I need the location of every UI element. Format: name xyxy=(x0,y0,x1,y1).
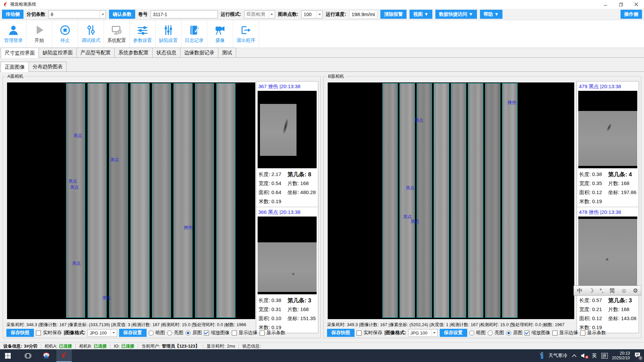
log-record-button[interactable]: 日志记录 xyxy=(181,20,207,48)
tab-6[interactable]: 测试 xyxy=(218,48,236,57)
dark-image-radio[interactable] xyxy=(149,330,154,336)
realtime-save-checkbox[interactable] xyxy=(357,330,362,336)
operate-side-button[interactable]: 操作侧 xyxy=(621,10,642,19)
param-settings-button[interactable]: 参数设置 xyxy=(130,20,156,48)
stat-value: 480.28 xyxy=(300,189,316,195)
image-format-select[interactable]: JPG 100 xyxy=(408,329,438,337)
camera-image-a: 黑点黑点黑点黑点挫伤黑点黑点 xyxy=(7,82,255,319)
defect-settings-button[interactable]: 缺陷设置 xyxy=(156,20,181,48)
show-count-checkbox[interactable] xyxy=(580,330,585,336)
bright-image-radio[interactable] xyxy=(488,330,493,336)
close-button[interactable] xyxy=(629,0,644,9)
ime-toolbar[interactable]: 中☽°,简☺⚙ xyxy=(574,286,641,296)
save-settings-button[interactable]: 保存设置 xyxy=(119,329,147,337)
tab-1[interactable]: 缺陷监控界面 xyxy=(39,48,77,57)
subtab-0[interactable]: 正面图像 xyxy=(1,62,29,72)
ime-fullwidth-moon-icon[interactable]: ☽ xyxy=(589,288,594,294)
weather-status[interactable]: 天气寒冷 xyxy=(549,353,568,359)
defect-card[interactable]: 479 黑点 |20:13:38 长度: 0.38第几条: 4 宽度: 0.35… xyxy=(577,81,639,207)
system-config-button[interactable]: 系统配置 xyxy=(104,20,130,48)
start-button[interactable] xyxy=(0,349,15,362)
image-controls: 保存快照 实时保存 |图像格式: JPG 100 保存设置 暗图 亮图 原图 缩… xyxy=(327,328,606,337)
exit-program-button[interactable]: 退出程序 xyxy=(233,20,259,48)
save-settings-button[interactable]: 保存设置 xyxy=(440,329,467,337)
capture-status-line: 采集耗时: 349.3 |图像计数: 167 |像素坐标: (5202,24) … xyxy=(327,322,565,328)
maximize-button[interactable] xyxy=(613,0,629,9)
original-image-label: 原图 xyxy=(193,330,202,336)
admin-login-button[interactable]: 管理登录 xyxy=(1,20,26,48)
data-quick-access-menu-button[interactable]: 数据快捷访问 ▼ xyxy=(435,10,477,19)
capture-button[interactable]: 摄像 xyxy=(207,20,233,48)
hidden-icons-chevron-icon[interactable] xyxy=(572,354,577,357)
show-edge-label: 显示边缘 xyxy=(239,330,258,336)
ime-chinese-mode-icon[interactable]: 中 xyxy=(577,288,583,294)
defect-card[interactable]: 367 挫伤 |20:13:38 长度: 2.17第几条: 8 宽度: 0.54… xyxy=(256,81,318,207)
bright-image-radio[interactable] xyxy=(167,330,172,336)
dark-image-radio[interactable] xyxy=(469,330,474,336)
tab-4[interactable]: 状态信息 xyxy=(152,48,180,57)
original-image-radio[interactable] xyxy=(185,330,191,336)
camera-a-status: 已连接 xyxy=(59,343,72,349)
original-image-radio[interactable] xyxy=(506,330,511,336)
defect-label: 黑点 xyxy=(110,157,119,163)
device-info-label: 设备信息: xyxy=(3,343,22,349)
stat-label: 片数: xyxy=(608,306,620,312)
image-format-select[interactable]: JPG 100 xyxy=(88,329,117,337)
application-window: 视觉检测系统 传动侧 分切条数 8 确认条数 卷号 3117-1 运行模式: 双… xyxy=(0,0,644,362)
film-region xyxy=(578,219,637,292)
vision-app-taskbar-button[interactable] xyxy=(56,349,72,362)
chart-points-select[interactable]: 100 xyxy=(301,10,323,18)
defect-card[interactable]: 366 黑点 |20:13:38 长度: 0.38第几条: 3 宽度: 0.31… xyxy=(256,207,318,333)
device-info-value: 3#分切 xyxy=(24,343,37,349)
stat-value: 2.17 xyxy=(271,171,281,177)
stop-button[interactable]: 停止 xyxy=(52,20,78,48)
image-format-value: JPG 100 xyxy=(411,330,428,336)
start-button[interactable]: 开始 xyxy=(26,20,52,48)
tab-0[interactable]: 尺寸监控界面 xyxy=(1,48,39,58)
show-edge-label: 显示边缘 xyxy=(559,330,578,336)
stat-label: 长度: xyxy=(579,171,591,177)
show-edge-checkbox[interactable] xyxy=(552,330,557,336)
stat-value: 0.19 xyxy=(592,198,602,204)
subtab-1[interactable]: 分布趋势图表 xyxy=(29,62,67,71)
volume-muted-icon[interactable] xyxy=(581,353,588,359)
ime-emoji-icon[interactable]: ☺ xyxy=(621,288,627,294)
ime-language-indicator[interactable]: 英 xyxy=(592,353,597,359)
subtab-divider xyxy=(0,71,644,72)
notification-center-button[interactable]: 6 xyxy=(634,352,641,359)
zoom-image-checkbox[interactable] xyxy=(204,330,209,336)
view-menu-button[interactable]: 视图 ▼ xyxy=(410,10,432,19)
defect-card[interactable]: 478 挫伤 |20:13:38 长度: 0.57第几条: 3 宽度: 0.21… xyxy=(577,207,639,333)
io-status: 已连接 xyxy=(121,343,135,349)
realtime-save-checkbox[interactable] xyxy=(36,330,41,336)
save-snapshot-button[interactable]: 保存快照 xyxy=(327,329,355,337)
help-menu-button[interactable]: 帮助 ▼ xyxy=(480,10,503,19)
debug-mode-button[interactable]: 调试模式 xyxy=(78,20,104,48)
roll-number-input[interactable]: 3117-1 xyxy=(151,10,218,18)
task-view-button[interactable] xyxy=(20,349,36,362)
defect-label: 黑点 xyxy=(415,117,423,123)
ime-settings-gear-icon[interactable]: ⚙ xyxy=(633,288,638,294)
ime-simplified-icon[interactable]: 简 xyxy=(609,288,615,294)
defect-stats: 长度: 0.38第几条: 3 宽度: 0.31片数: 168 面积: 0.10坐… xyxy=(258,294,317,332)
show-count-checkbox[interactable] xyxy=(260,330,265,336)
run-mode-select[interactable]: 双面检测 xyxy=(244,10,275,18)
tab-5[interactable]: 边缘数据记录 xyxy=(180,48,218,57)
save-snapshot-button[interactable]: 保存快照 xyxy=(6,329,34,337)
confirm-count-button[interactable]: 确认条数 xyxy=(109,10,135,19)
show-edge-checkbox[interactable] xyxy=(232,330,237,336)
tab-2[interactable]: 产品型号配置 xyxy=(76,48,115,57)
user-icon xyxy=(8,24,19,36)
minimize-button[interactable] xyxy=(598,0,613,9)
run-mode-label: 运行模式: xyxy=(221,11,241,17)
tab-3[interactable]: 系统参数配置 xyxy=(114,48,153,57)
clear-alarm-button[interactable]: 清除报警 xyxy=(380,10,407,19)
zoom-image-checkbox[interactable] xyxy=(525,330,530,336)
ime-pinyin-indicator[interactable]: 拼 xyxy=(601,353,608,359)
snipping-tool-button[interactable] xyxy=(39,349,54,362)
defect-card-header: 366 黑点 |20:13:38 xyxy=(258,208,317,217)
split-count-select[interactable]: 8 xyxy=(48,10,106,18)
drive-side-button[interactable]: 传动侧 xyxy=(2,10,23,19)
taskbar-clock[interactable]: 20:13 2025/2/10 xyxy=(612,351,630,360)
ime-punctuation-icon[interactable]: °, xyxy=(600,288,604,294)
